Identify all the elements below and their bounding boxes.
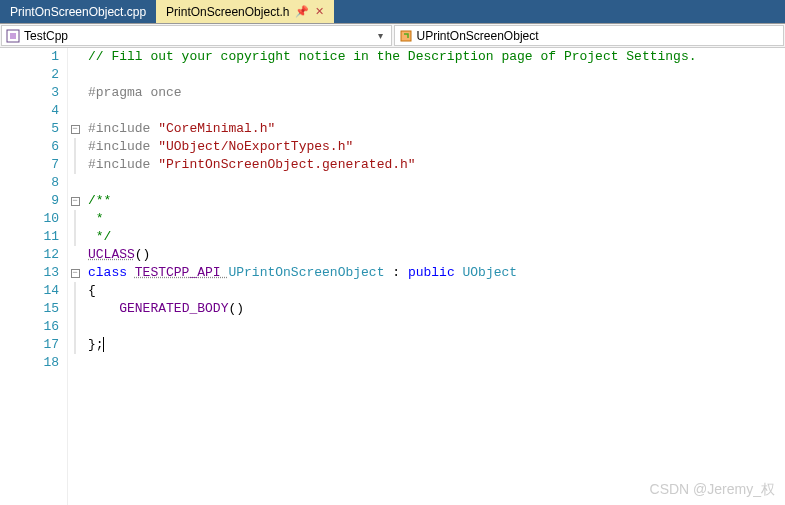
module-name: TestCpp	[24, 29, 68, 43]
tab-label: PrintOnScreenObject.cpp	[10, 5, 146, 19]
text-cursor	[103, 337, 104, 352]
class-dropdown[interactable]: UPrintOnScreenObject	[394, 25, 785, 46]
code-line	[88, 354, 697, 372]
code-line	[88, 66, 697, 84]
class-icon	[399, 29, 413, 43]
chevron-down-icon: ▾	[374, 30, 387, 41]
fold-column: − − −	[68, 48, 82, 505]
code-line: UCLASS()	[88, 246, 697, 264]
svg-rect-1	[10, 33, 16, 39]
close-icon[interactable]: ✕	[315, 5, 324, 18]
code-line: {	[88, 282, 697, 300]
code-line: *	[88, 210, 697, 228]
module-dropdown[interactable]: TestCpp ▾	[1, 25, 392, 46]
code-line	[88, 174, 697, 192]
fold-toggle[interactable]: −	[71, 269, 80, 278]
code-line: #include "UObject/NoExportTypes.h"	[88, 138, 697, 156]
code-line: #include "CoreMinimal.h"	[88, 120, 697, 138]
fold-toggle[interactable]: −	[71, 197, 80, 206]
code-line: #pragma once	[88, 84, 697, 102]
module-icon	[6, 29, 20, 43]
fold-toggle[interactable]: −	[71, 125, 80, 134]
code-line: // Fill out your copyright notice in the…	[88, 48, 697, 66]
code-line: class TESTCPP_API UPrintOnScreenObject :…	[88, 264, 697, 282]
tab-bar: PrintOnScreenObject.cpp PrintOnScreenObj…	[0, 0, 785, 24]
class-name: UPrintOnScreenObject	[417, 29, 539, 43]
tab-label: PrintOnScreenObject.h	[166, 5, 289, 19]
code-line	[88, 318, 697, 336]
tab-h[interactable]: PrintOnScreenObject.h 📌 ✕	[156, 0, 334, 23]
code-area[interactable]: // Fill out your copyright notice in the…	[82, 48, 697, 505]
tab-cpp[interactable]: PrintOnScreenObject.cpp	[0, 0, 156, 23]
code-line: /**	[88, 192, 697, 210]
code-line	[88, 102, 697, 120]
line-numbers: 1234 5678 9101112 13141516 1718	[0, 48, 68, 505]
nav-bar: TestCpp ▾ UPrintOnScreenObject	[0, 24, 785, 48]
code-line: };	[88, 336, 697, 354]
code-line: #include "PrintOnScreenObject.generated.…	[88, 156, 697, 174]
pin-icon[interactable]: 📌	[295, 5, 309, 18]
code-line: GENERATED_BODY()	[88, 300, 697, 318]
code-line: */	[88, 228, 697, 246]
svg-rect-2	[401, 31, 411, 41]
code-editor[interactable]: 1234 5678 9101112 13141516 1718 − − − //…	[0, 48, 785, 505]
